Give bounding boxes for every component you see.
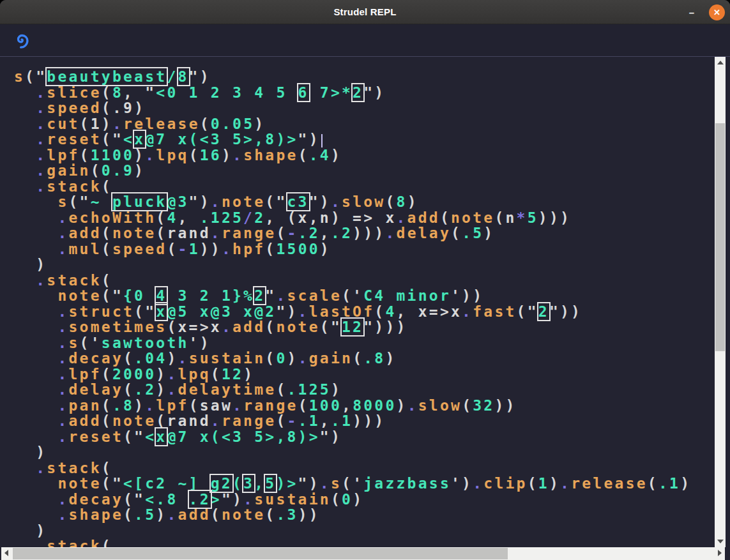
code-token[interactable]: 8 [397,193,407,210]
code-token[interactable]: ( [462,397,473,414]
code-token[interactable]: )) [298,506,320,523]
code-token[interactable]: . [222,241,232,257]
horizontal-scrollbar[interactable] [1,547,725,560]
code-token[interactable]: s [14,68,25,85]
code-token[interactable]: ") [309,193,331,210]
code-token[interactable]: .9 [112,100,134,116]
code-token[interactable]: ( [91,162,102,179]
code-token[interactable]: stack [47,538,102,547]
code-token[interactable]: ) [331,147,342,163]
code-token[interactable]: 2 [254,209,265,226]
scroll-down-icon[interactable] [717,540,724,543]
code-token[interactable]: .1 [658,475,680,492]
code-token[interactable]: jazzbass [363,475,451,492]
code-token[interactable]: ) [167,350,178,367]
code-line[interactable]: .delay(.2).delaytime(.125) [14,382,730,398]
code-token[interactable]: .5 [134,506,156,523]
code-token[interactable]: release [123,116,200,132]
code-token[interactable]: fast [473,303,516,320]
code-token[interactable]: ( [102,538,112,547]
code-token[interactable]: ( [123,381,134,398]
code-token[interactable]: ( [189,147,200,163]
code-token[interactable]: ") [363,84,385,101]
code-token[interactable]: lastOf [309,303,375,320]
code-token[interactable]: slow [342,193,385,210]
code-token[interactable]: < [145,428,156,445]
code-token[interactable]: , [178,209,200,226]
vertical-scrollbar[interactable] [715,57,726,547]
code-token[interactable]: s [69,335,80,351]
code-line[interactable]: .stack( [14,179,730,195]
code-token[interactable]: . [36,162,47,179]
code-token[interactable]: ( [211,366,222,382]
code-token[interactable]: . [36,100,47,116]
active-token[interactable]: g2 [211,475,232,492]
code-token[interactable]: ) [385,350,396,367]
code-token[interactable]: range [222,412,277,429]
code-token[interactable]: . [222,319,232,335]
code-token[interactable]: lpf [69,366,102,382]
code-token[interactable]: gain [47,162,90,179]
code-token[interactable]: 0.9 [102,162,134,179]
code-token[interactable]: ( [102,84,112,101]
code-token[interactable]: , " [123,84,156,101]
code-token[interactable]: ( [265,350,276,367]
code-token[interactable]: sawtooth [102,335,189,351]
scroll-up-icon[interactable] [717,61,724,64]
code-token[interactable]: . [145,397,156,414]
code-token[interactable]: . [112,116,123,132]
code-token[interactable]: ") [298,131,320,148]
code-token[interactable]: ( [276,381,287,398]
code-token[interactable]: . [57,209,68,226]
code-token[interactable]: / [243,209,254,226]
code-token[interactable]: . [145,147,156,163]
code-token[interactable]: rand [167,412,210,429]
code-token[interactable]: add [69,412,102,429]
code-token[interactable] [14,162,36,179]
code-token[interactable]: gain [309,350,353,367]
code-line[interactable]: s("~ pluck@3").note("c3").slow(8) [14,194,730,210]
code-token[interactable]: ")) [549,303,582,320]
code-token[interactable]: (" [102,131,123,148]
code-token[interactable]: <.8 [145,491,188,508]
code-token[interactable]: . [232,147,243,163]
code-token[interactable]: .125 [287,381,331,398]
code-token[interactable]: s [331,475,342,492]
code-token[interactable]: . [36,178,47,195]
code-token[interactable]: . [320,475,331,492]
code-token[interactable]: 4 [167,209,178,226]
code-token[interactable]: ") [189,193,211,210]
active-token[interactable]: x [156,303,167,320]
code-token[interactable] [14,193,57,210]
code-token[interactable]: . [167,506,178,523]
code-token[interactable] [14,319,57,335]
code-token[interactable]: echoWith [69,209,156,226]
code-token[interactable]: @7 x(<3 5>,8)> [145,131,298,148]
code-token[interactable]: ") [222,491,243,508]
code-token[interactable]: ( [102,178,112,195]
active-token[interactable]: x [156,428,167,445]
code-token[interactable]: )) [494,397,516,414]
code-token[interactable]: (" [134,303,156,320]
active-token[interactable]: 3 [243,475,254,492]
code-token[interactable]: ( [298,147,309,163]
code-token[interactable]: speed [112,241,167,257]
code-token[interactable]: ( [353,350,363,367]
code-token[interactable]: 4 [385,303,396,320]
code-token[interactable]: "))) [363,319,407,335]
code-token[interactable]: ") [276,303,298,320]
active-token[interactable]: 2 [538,303,549,320]
code-line[interactable]: .stack( [14,273,730,289]
code-token[interactable] [14,272,36,289]
code-token[interactable]: (" [123,428,145,445]
vertical-scrollbar-thumb[interactable] [715,123,725,351]
code-token[interactable]: - [178,241,189,257]
code-token[interactable]: (" [517,303,538,320]
code-token[interactable]: ( [123,506,134,523]
code-token[interactable]: .04 [134,350,167,367]
code-token[interactable]: ) [14,522,47,539]
code-token[interactable] [14,147,36,163]
code-token[interactable] [14,412,57,429]
code-token[interactable]: . [57,381,68,398]
code-token[interactable]: decay [69,350,124,367]
